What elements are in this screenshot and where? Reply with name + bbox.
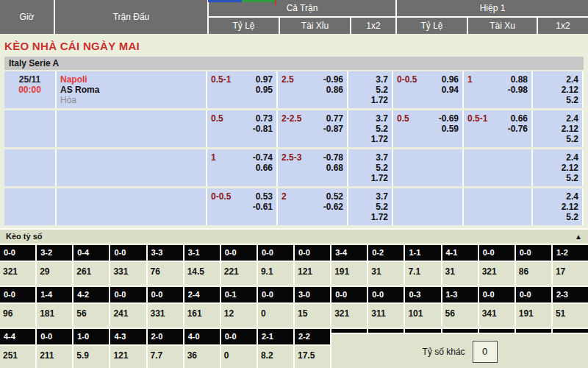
score-odds[interactable]: 56 [442, 304, 478, 327]
h1-under-odd[interactable]: -0.76 [508, 124, 528, 134]
score-option[interactable]: 0-0 [110, 245, 146, 261]
score-option[interactable]: 0-0 [479, 245, 514, 261]
h1-handicap-odd-home[interactable]: -0.69 [439, 113, 459, 124]
ft-handicap-cell[interactable]: 0.5-1 0.97 0.95 [207, 71, 276, 108]
ft-1x2-draw[interactable]: 5.2 [352, 202, 388, 212]
score-odds[interactable]: 17.5 [295, 346, 330, 368]
score-option[interactable]: 0-0 [295, 245, 330, 261]
ft-1x2-draw[interactable]: 5.2 [352, 85, 388, 95]
score-option[interactable]: 3-1 [184, 245, 220, 261]
ft-1x2-home[interactable]: 3.7 [352, 152, 388, 163]
ft-overunder-cell[interactable]: 2.5 -0.96 0.86 [278, 71, 347, 108]
ft-1x2-cell[interactable]: 3.7 5.2 1.72 [348, 110, 392, 147]
score-option[interactable]: 2-0 [148, 329, 183, 344]
score-odds[interactable]: 341 [479, 304, 514, 327]
score-odds[interactable]: 121 [110, 346, 146, 368]
score-option[interactable]: 0-0 [0, 245, 35, 261]
ft-1x2-away[interactable]: 1.72 [352, 134, 388, 144]
score-odds[interactable]: 251 [0, 346, 35, 368]
h1-1x2-away[interactable]: 5.2 [537, 134, 578, 144]
score-option[interactable]: 4-1 [442, 245, 478, 261]
h1-under-odd[interactable]: -0.98 [508, 85, 528, 95]
h1-handicap-odd-away[interactable]: 0.94 [442, 85, 459, 95]
ft-over-odd[interactable]: 0.52 [323, 191, 343, 202]
score-option[interactable]: 1-1 [405, 245, 440, 261]
ft-handicap-cell[interactable]: 1 -0.74 0.66 [207, 149, 276, 186]
ft-1x2-draw[interactable]: 5.2 [352, 163, 388, 173]
ft-handicap-odd-away[interactable]: -0.61 [253, 202, 273, 212]
score-odds[interactable]: 191 [516, 304, 551, 327]
score-odds[interactable]: 31 [442, 262, 478, 285]
score-odds[interactable]: 31 [368, 262, 404, 285]
score-odds[interactable]: 51 [553, 304, 588, 327]
score-option[interactable]: 1-2 [553, 245, 588, 261]
ft-1x2-away[interactable]: 1.72 [352, 95, 388, 105]
score-option[interactable]: 0-0 [148, 287, 183, 302]
ft-under-odd[interactable]: 0.68 [323, 163, 343, 173]
score-odds[interactable]: 321 [331, 304, 367, 327]
score-option[interactable]: 0-1 [221, 287, 257, 302]
h1-handicap-odd-away[interactable]: 0.59 [439, 124, 459, 134]
score-option[interactable]: 3-4 [331, 245, 367, 261]
score-option[interactable]: 0-0 [221, 245, 257, 261]
score-odds[interactable]: 7.7 [148, 346, 183, 368]
h1-1x2-cell[interactable]: 2.4 2.12 5.2 [533, 149, 582, 186]
h1-1x2-cell[interactable]: 2.4 2.12 5.2 [533, 110, 582, 147]
score-odds[interactable]: 161 [184, 304, 220, 327]
h1-1x2-draw[interactable]: 2.12 [537, 163, 578, 173]
score-odds[interactable]: 331 [110, 262, 146, 285]
ft-1x2-home[interactable]: 3.7 [352, 191, 388, 202]
ft-1x2-cell[interactable]: 3.7 5.2 1.72 [348, 188, 392, 225]
h1-1x2-cell[interactable]: 2.4 2.12 5.2 [533, 188, 582, 225]
ft-overunder-cell[interactable]: 2-2.5 0.77 -0.87 [278, 110, 347, 147]
score-odds[interactable]: 241 [110, 304, 146, 327]
h1-overunder-cell[interactable] [464, 188, 531, 225]
score-odds[interactable]: 12 [221, 304, 257, 327]
h1-handicap-odd-home[interactable]: 0.96 [442, 74, 459, 85]
score-option[interactable]: 2-1 [258, 329, 293, 344]
h1-overunder-cell[interactable]: 1 0.88 -0.98 [464, 71, 531, 108]
score-option[interactable]: 2-3 [553, 287, 588, 302]
score-option[interactable]: 0-0 [479, 287, 514, 302]
ft-1x2-cell[interactable]: 3.7 5.2 1.72 [348, 149, 392, 186]
collapse-icon[interactable]: ▲ [575, 233, 582, 241]
ft-1x2-draw[interactable]: 5.2 [352, 124, 388, 134]
ft-under-odd[interactable]: -0.87 [323, 124, 343, 134]
score-odds[interactable]: 29 [37, 262, 72, 285]
ft-under-odd[interactable]: -0.62 [323, 202, 343, 212]
score-odds[interactable]: 0 [258, 304, 293, 327]
ft-1x2-away[interactable]: 1.72 [352, 212, 388, 222]
score-option[interactable]: 1-0 [74, 329, 109, 344]
correct-score-section-header[interactable]: Kèo tỷ số ▲ [0, 228, 588, 243]
score-odds[interactable]: 36 [184, 346, 220, 368]
score-option[interactable]: 4-3 [110, 329, 146, 344]
score-option[interactable]: 0-0 [0, 287, 35, 302]
h1-handicap-cell[interactable]: 0.5 -0.69 0.59 [393, 110, 462, 147]
ft-handicap-odd-home[interactable]: 0.73 [253, 113, 273, 124]
h1-1x2-away[interactable]: 5.2 [537, 95, 578, 105]
score-odds[interactable]: 0 [221, 346, 257, 368]
score-option[interactable]: 4-4 [0, 329, 35, 344]
score-odds[interactable]: 7.1 [405, 262, 440, 285]
h1-1x2-home[interactable]: 2.4 [537, 152, 578, 163]
score-option[interactable]: 0-0 [258, 245, 293, 261]
h1-over-odd[interactable]: 0.88 [508, 74, 528, 85]
home-team[interactable]: Napoli [60, 74, 202, 85]
ft-handicap-odd-home[interactable]: -0.74 [253, 152, 273, 163]
score-option[interactable]: 1-4 [37, 287, 72, 302]
score-option[interactable]: 0-0 [110, 287, 146, 302]
ft-handicap-odd-away[interactable]: -0.81 [253, 124, 273, 134]
score-option[interactable]: 0-0 [258, 287, 293, 302]
score-odds[interactable]: 181 [37, 304, 72, 327]
score-odds[interactable]: 17 [553, 262, 588, 285]
h1-1x2-draw[interactable]: 2.12 [537, 202, 578, 212]
ft-handicap-cell[interactable]: 0-0.5 0.53 -0.61 [207, 188, 276, 225]
score-odds[interactable]: 15 [295, 304, 330, 327]
score-option[interactable]: 3-2 [37, 245, 72, 261]
score-odds[interactable]: 101 [405, 304, 440, 327]
score-option[interactable]: 4-0 [184, 329, 220, 344]
h1-overunder-cell[interactable]: 0.5-1 0.66 -0.76 [464, 110, 531, 147]
score-odds[interactable]: 221 [221, 262, 257, 285]
score-odds[interactable]: 86 [516, 262, 551, 285]
ft-over-odd[interactable]: -0.78 [323, 152, 343, 163]
